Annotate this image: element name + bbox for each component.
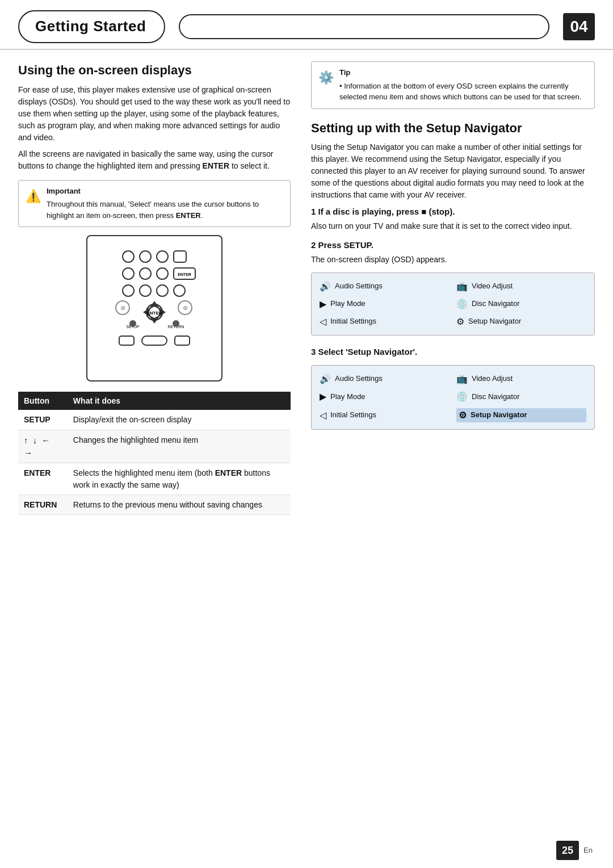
- osd-icon-audio-2: 🔊: [320, 372, 331, 385]
- svg-text:⊗: ⊗: [183, 304, 188, 311]
- step1-number: 1: [311, 207, 318, 216]
- svg-rect-28: [142, 336, 167, 345]
- button-label-setup: SETUP: [24, 415, 51, 424]
- osd-label-audio-2: Audio Settings: [335, 374, 383, 384]
- page-number-badge: 04: [563, 13, 595, 40]
- osd-item-disc-nav-1: 💿 Disc Navigator: [456, 297, 586, 311]
- button-desc-setup: Display/exit the on-screen display: [68, 410, 291, 430]
- svg-point-10: [140, 285, 151, 296]
- svg-point-6: [157, 268, 168, 279]
- important-body-text: Throughout this manual, 'Select' means u…: [47, 200, 259, 220]
- table-row: RETURN Returns to the previous menu with…: [18, 494, 291, 514]
- tip-body-bullet: •: [339, 82, 342, 90]
- button-label-return: RETURN: [24, 500, 57, 509]
- step1-title: 1 If a disc is playing, press ■ (stop).: [311, 206, 595, 218]
- step2-number: 2: [311, 240, 318, 250]
- section2-body: Using the Setup Navigator you can make a…: [311, 141, 595, 201]
- osd-item-initial-settings-2: ◁ Initial Settings: [320, 408, 450, 422]
- section1-body2-end: to select it.: [229, 161, 270, 170]
- osd-item-setup-nav-1: ⚙ Setup Navigator: [456, 315, 586, 328]
- osd-grid-2: 🔊 Audio Settings 📺 Video Adjust ▶ Play M…: [320, 372, 586, 422]
- osd-item-play-mode-2: ▶ Play Mode: [320, 390, 450, 403]
- osd-label-disc-nav-2: Disc Navigator: [472, 392, 520, 402]
- osd-icon-initial-2: ◁: [320, 409, 326, 422]
- step3-number: 3: [311, 347, 318, 357]
- table-row: ENTER Selects the highlighted menu item …: [18, 463, 291, 495]
- osd-icon-audio: 🔊: [320, 280, 331, 293]
- section2-title: Setting up with the Setup Navigator: [311, 119, 595, 137]
- svg-rect-29: [175, 336, 190, 345]
- page-footer: 25 En: [556, 841, 593, 860]
- svg-point-9: [123, 285, 134, 296]
- footer-lang: En: [583, 845, 593, 856]
- svg-point-12: [174, 285, 185, 296]
- osd-label-video-2: Video Adjust: [472, 374, 513, 384]
- osd-label-setup-nav-1: Setup Navigator: [468, 316, 521, 327]
- tip-body: • Information at the bottom of every OSD…: [339, 81, 586, 103]
- svg-text:ENTER: ENTER: [146, 311, 162, 316]
- tip-box: ⚙️ Tip • Information at the bottom of ev…: [311, 61, 595, 109]
- main-content: Using the on-screen displays For ease of…: [0, 56, 613, 526]
- left-column: Using the on-screen displays For ease of…: [18, 61, 291, 515]
- important-body-end: .: [201, 211, 203, 220]
- step1: 1 If a disc is playing, press ■ (stop). …: [311, 206, 595, 232]
- svg-point-25: [129, 320, 136, 327]
- table-col2-header: What it does: [68, 392, 291, 410]
- svg-point-26: [173, 320, 179, 327]
- footer-page-number: 25: [556, 841, 579, 860]
- step2: 2 Press SETUP. The on-screen display (OS…: [311, 239, 595, 266]
- osd-label-disc-nav: Disc Navigator: [472, 299, 520, 309]
- button-desc-arrows: Changes the highlighted menu item: [68, 430, 291, 463]
- osd-icon-video-2: 📺: [456, 372, 468, 385]
- osd-box-1: 🔊 Audio Settings 📺 Video Adjust ▶ Play M…: [311, 272, 595, 336]
- important-box: ⚠️ Important Throughout this manual, 'Se…: [18, 180, 291, 228]
- osd-icon-setup: ⚙: [456, 315, 464, 328]
- remote-illustration: ENTER ⊗ ⊗ ENTER: [103, 244, 205, 369]
- button-table: Button What it does SETUP Display/exit t…: [18, 392, 291, 515]
- button-label-enter: ENTER: [24, 468, 51, 477]
- osd-label-initial: Initial Settings: [330, 316, 376, 327]
- osd-grid-1: 🔊 Audio Settings 📺 Video Adjust ▶ Play M…: [320, 280, 586, 329]
- osd-label-audio: Audio Settings: [335, 281, 383, 292]
- tip-title: Tip: [339, 68, 586, 78]
- osd-icon-play-2: ▶: [320, 390, 326, 403]
- header-divider-bar: [179, 14, 549, 39]
- osd-icon-disc-2: 💿: [456, 390, 468, 403]
- svg-rect-27: [119, 336, 134, 345]
- osd-item-initial-settings-1: ◁ Initial Settings: [320, 315, 450, 328]
- osd-item-video-adjust-1: 📺 Video Adjust: [456, 280, 586, 293]
- osd-label-play-mode-2: Play Mode: [330, 392, 365, 402]
- page-header: Getting Started 04: [0, 0, 613, 50]
- tip-body-text: Information at the bottom of every OSD s…: [339, 82, 581, 102]
- right-column: ⚙️ Tip • Information at the bottom of ev…: [311, 61, 595, 515]
- svg-point-0: [123, 251, 134, 262]
- important-icon: ⚠️: [26, 187, 41, 206]
- osd-item-setup-nav-2-selected: ⚙ Setup Navigator: [456, 408, 586, 422]
- button-desc-enter: Selects the highlighted menu item (both …: [68, 463, 291, 495]
- section1-body1: For ease of use, this player makes exten…: [18, 84, 291, 144]
- osd-label-video: Video Adjust: [472, 281, 513, 292]
- important-content: Important Throughout this manual, 'Selec…: [47, 186, 282, 221]
- svg-point-11: [157, 285, 168, 296]
- step2-body: The on-screen display (OSD) appears.: [311, 254, 595, 266]
- remote-diagram: ENTER ⊗ ⊗ ENTER: [18, 235, 291, 381]
- remote-svg: ENTER ⊗ ⊗ ENTER: [86, 235, 222, 381]
- step1-body: Also turn on your TV and make sure that …: [311, 220, 595, 232]
- step2-title: 2 Press SETUP.: [311, 239, 595, 251]
- step3-title-text: Select 'Setup Navigator'.: [318, 347, 418, 357]
- important-body: Throughout this manual, 'Select' means u…: [47, 199, 282, 221]
- svg-point-2: [157, 251, 168, 262]
- osd-label-play-mode: Play Mode: [330, 299, 365, 309]
- tip-icon: ⚙️: [318, 69, 334, 87]
- osd-item-audio-settings-1: 🔊 Audio Settings: [320, 280, 450, 293]
- osd-icon-disc: 💿: [456, 297, 468, 311]
- button-label-arrows: ↑ ↓ ← →: [24, 435, 51, 458]
- section1-title: Using the on-screen displays: [18, 61, 291, 79]
- svg-text:⊗: ⊗: [120, 304, 125, 311]
- osd-icon-setup-2: ⚙: [459, 409, 467, 422]
- step3: 3 Select 'Setup Navigator'.: [311, 346, 595, 358]
- step2-title-text: Press SETUP.: [318, 240, 373, 250]
- osd-icon-video: 📺: [456, 280, 468, 293]
- table-row: SETUP Display/exit the on-screen display: [18, 410, 291, 430]
- button-desc-return: Returns to the previous menu without sav…: [68, 494, 291, 514]
